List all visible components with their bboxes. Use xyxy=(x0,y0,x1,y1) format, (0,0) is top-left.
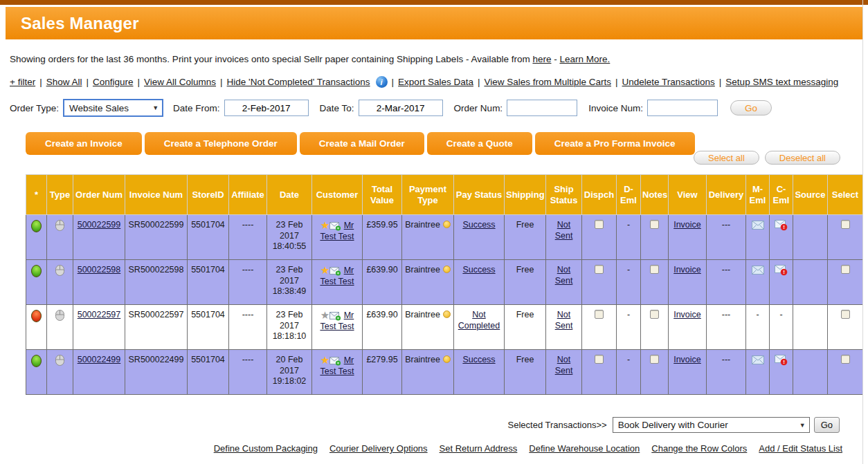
order-num-label: Order Num: xyxy=(454,103,503,113)
cell-customer: ★ Mr Test Test xyxy=(312,350,363,395)
create-quote-button[interactable]: Create a Quote xyxy=(427,132,532,155)
view-sales-multiple-carts-link[interactable]: View Sales from Multiple Carts xyxy=(484,77,611,87)
email-alert-icon[interactable]: ! xyxy=(775,220,788,231)
ship-status-link[interactable]: Not Sent xyxy=(555,265,573,286)
order-num-link[interactable]: 500022599 xyxy=(78,220,121,230)
view-all-columns-link[interactable]: View All Columns xyxy=(144,77,216,87)
cell-status xyxy=(26,350,47,395)
notes-checkbox[interactable] xyxy=(650,355,659,364)
cell-invoice-num: SR500022598 xyxy=(125,260,188,305)
select-row-checkbox[interactable] xyxy=(841,265,850,274)
star-icon[interactable]: ★ xyxy=(320,354,329,366)
order-num-input[interactable] xyxy=(507,100,577,116)
column-header-c-eml: C-Eml xyxy=(770,175,793,215)
column-header-dispch: Dispch xyxy=(582,175,617,215)
configure-link[interactable]: Configure xyxy=(93,77,134,87)
email-forward-icon[interactable] xyxy=(329,221,341,231)
email-alert-icon[interactable]: ! xyxy=(775,355,788,366)
cell-source xyxy=(793,350,828,395)
email-forward-icon[interactable] xyxy=(329,356,341,366)
cell-affiliate: ---- xyxy=(229,350,267,395)
undelete-transactions-link[interactable]: Undelete Transactions xyxy=(622,77,715,87)
pay-status-link[interactable]: Success xyxy=(462,265,495,275)
ship-status-link[interactable]: Not Sent xyxy=(555,310,573,331)
cell-view: Invoice xyxy=(669,305,707,350)
cell-date: 23 Feb 2017 18:40:55 xyxy=(267,215,312,260)
cell-d-eml: - xyxy=(617,215,641,260)
email-icon[interactable] xyxy=(752,266,764,275)
notes-checkbox[interactable] xyxy=(650,265,659,274)
email-icon[interactable] xyxy=(752,355,764,364)
star-icon[interactable]: ★ xyxy=(320,219,329,231)
column-header-affiliate: Affiliate xyxy=(229,175,267,215)
invoice-num-input[interactable] xyxy=(647,100,718,116)
dispatch-checkbox[interactable] xyxy=(595,355,604,364)
deselect-all-button[interactable]: Deselect all xyxy=(765,151,840,165)
export-sales-data-link[interactable]: Export Sales Data xyxy=(398,77,473,87)
date-to-input[interactable] xyxy=(359,100,443,116)
pay-status-link[interactable]: Success xyxy=(462,220,495,230)
create-telephone-order-button[interactable]: Create a Telephone Order xyxy=(145,132,297,155)
notes-checkbox[interactable] xyxy=(650,220,659,229)
transaction-action-select[interactable]: Book Delivery with Courier ▼ xyxy=(613,417,810,433)
pay-status-link[interactable]: Not Completed xyxy=(458,310,500,331)
cell-select xyxy=(828,260,863,305)
email-icon[interactable] xyxy=(752,221,764,230)
order-type-value: Website Sales xyxy=(69,103,129,113)
cell-dispatch xyxy=(582,350,617,395)
mouse-icon xyxy=(55,265,64,276)
show-all-link[interactable]: Show All xyxy=(46,77,82,87)
cell-view: Invoice xyxy=(669,215,707,260)
cell-d-eml: - xyxy=(617,305,641,350)
order-type-select[interactable]: Website Sales ▼ xyxy=(63,99,163,117)
cell-m-eml xyxy=(746,260,770,305)
email-alert-icon[interactable]: ! xyxy=(775,265,788,276)
ship-status-link[interactable]: Not Sent xyxy=(555,220,573,241)
select-row-checkbox[interactable] xyxy=(841,220,850,229)
learn-more-link[interactable]: Learn More. xyxy=(560,54,611,64)
filter-link[interactable]: + filter xyxy=(10,77,35,87)
email-forward-icon[interactable] xyxy=(329,266,341,276)
star-gray-icon[interactable]: ★ xyxy=(320,309,329,321)
create-invoice-button[interactable]: Create an Invoice xyxy=(26,132,142,155)
transactions-go-button[interactable]: Go xyxy=(814,417,840,433)
email-forward-icon[interactable] xyxy=(329,311,341,321)
order-num-link[interactable]: 500022598 xyxy=(78,265,121,275)
add-edit-status-list-link[interactable]: Add / Edit Status List xyxy=(759,443,842,454)
pay-status-link[interactable]: Success xyxy=(462,355,495,364)
view-invoice-link[interactable]: Invoice xyxy=(673,265,701,275)
order-num-link[interactable]: 500022597 xyxy=(78,310,121,319)
change-row-colors-link[interactable]: Change the Row Colors xyxy=(651,443,747,454)
filter-go-button[interactable]: Go xyxy=(730,100,772,115)
select-row-checkbox[interactable] xyxy=(841,310,850,319)
set-return-address-link[interactable]: Set Return Address xyxy=(440,443,518,454)
ship-status-link[interactable]: Not Sent xyxy=(555,355,573,375)
select-all-button[interactable]: Select all xyxy=(694,151,759,165)
create-pro-forma-invoice-button[interactable]: Create a Pro Forma Invoice xyxy=(535,132,695,155)
dispatch-checkbox[interactable] xyxy=(595,265,604,274)
hide-not-completed-link[interactable]: Hide 'Not Completed' Transactions xyxy=(227,77,370,87)
courier-delivery-options-link[interactable]: Courier Delivery Options xyxy=(329,443,428,454)
cell-notes xyxy=(641,350,669,395)
define-custom-packaging-link[interactable]: Define Custom Packaging xyxy=(214,443,318,454)
define-warehouse-location-link[interactable]: Define Warehouse Location xyxy=(529,443,640,454)
view-invoice-link[interactable]: Invoice xyxy=(673,355,701,364)
cell-pay-status: Success xyxy=(454,260,505,305)
svg-text:!: ! xyxy=(783,359,785,365)
setup-sms-link[interactable]: Setup SMS text messaging xyxy=(725,77,838,87)
dispatch-checkbox[interactable] xyxy=(595,310,604,319)
cell-affiliate: ---- xyxy=(229,215,267,260)
create-mail-order-button[interactable]: Create a Mail Order xyxy=(300,132,424,155)
dispatch-checkbox[interactable] xyxy=(595,220,604,229)
order-num-link[interactable]: 500022499 xyxy=(78,355,121,364)
date-from-input[interactable] xyxy=(224,100,309,116)
notes-checkbox[interactable] xyxy=(650,310,659,319)
cell-notes xyxy=(641,305,669,350)
star-icon[interactable]: ★ xyxy=(320,264,329,276)
view-invoice-link[interactable]: Invoice xyxy=(673,310,701,319)
view-invoice-link[interactable]: Invoice xyxy=(673,220,701,230)
select-row-checkbox[interactable] xyxy=(841,355,850,364)
column-header-d-eml: D-Eml xyxy=(617,175,641,215)
info-icon[interactable]: i xyxy=(376,76,388,88)
available-here-link[interactable]: here xyxy=(532,54,551,64)
